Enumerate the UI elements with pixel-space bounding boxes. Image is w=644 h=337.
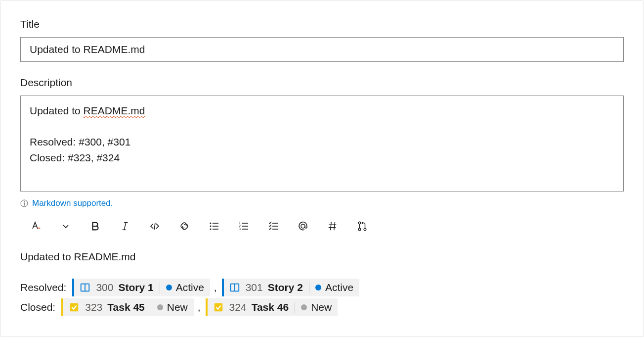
comma-separator: , xyxy=(198,299,201,315)
workitem-status-text: Active xyxy=(176,280,204,295)
numbered-list-button[interactable]: 1 2 3 xyxy=(237,219,251,233)
workitem-chip[interactable]: 323Task 45New xyxy=(61,298,194,316)
markdown-hint: Markdown supported. xyxy=(20,198,624,208)
workitem-status-text: Active xyxy=(325,280,353,295)
workitem-name: Task 46 xyxy=(252,299,289,315)
workitem-status-text: New xyxy=(167,299,188,315)
mention-button[interactable] xyxy=(296,219,310,233)
svg-rect-36 xyxy=(214,303,222,311)
svg-line-23 xyxy=(330,222,331,231)
task-icon xyxy=(213,301,224,313)
svg-line-24 xyxy=(334,222,335,231)
info-icon xyxy=(20,199,28,207)
workitem-name: Story 2 xyxy=(268,280,303,295)
svg-line-5 xyxy=(124,223,126,230)
italic-button[interactable] xyxy=(118,219,132,233)
desc-line3: Resolved: #300, #301 xyxy=(30,136,130,147)
workitem-status: Active xyxy=(315,280,353,295)
svg-line-6 xyxy=(154,223,155,230)
status-dot-icon xyxy=(315,285,321,290)
code-button[interactable] xyxy=(148,219,162,233)
workitem-status: New xyxy=(301,299,332,315)
workitem-name: Story 1 xyxy=(118,280,153,295)
svg-point-11 xyxy=(210,229,212,230)
svg-point-22 xyxy=(301,224,305,228)
workitem-status: New xyxy=(157,299,188,315)
hash-button[interactable] xyxy=(326,219,340,233)
task-icon xyxy=(68,301,80,313)
workitem-row: Closed:323Task 45New,324Task 46New xyxy=(20,298,624,316)
workitem-chip[interactable]: 300Story 1Active xyxy=(72,279,210,296)
workitem-id: 324 xyxy=(229,299,247,315)
title-label: Title xyxy=(20,18,624,30)
workitem-id: 323 xyxy=(85,299,102,315)
workitem-row-label: Closed: xyxy=(20,299,55,315)
svg-rect-2 xyxy=(24,203,25,206)
pull-request-button[interactable] xyxy=(355,219,369,233)
svg-point-28 xyxy=(358,228,361,231)
workitem-chip[interactable]: 301Story 2Active xyxy=(222,279,359,296)
status-dot-icon xyxy=(157,304,163,310)
workitem-name: Task 45 xyxy=(107,299,145,315)
preview-heading: Updated to README.md xyxy=(20,249,624,265)
svg-point-29 xyxy=(364,228,366,231)
description-field-block: Description Updated to README.md Resolve… xyxy=(20,77,624,316)
svg-rect-35 xyxy=(70,303,79,311)
checklist-button[interactable] xyxy=(266,219,280,233)
title-field-block: Title xyxy=(20,18,624,62)
comma-separator: , xyxy=(214,280,217,295)
separator xyxy=(160,282,160,293)
svg-point-9 xyxy=(210,226,212,227)
markdown-supported-link[interactable]: Markdown supported. xyxy=(32,198,113,208)
workitem-row: Resolved:300Story 1Active,301Story 2Acti… xyxy=(20,279,624,296)
workitem-id: 300 xyxy=(96,280,113,295)
title-input[interactable] xyxy=(20,37,624,62)
svg-point-7 xyxy=(210,223,212,224)
desc-line4: Closed: #323, #324 xyxy=(30,152,120,163)
chevron-down-icon[interactable] xyxy=(59,219,73,233)
svg-point-1 xyxy=(24,201,25,202)
workitem-status: Active xyxy=(166,280,204,295)
text-style-button[interactable] xyxy=(29,219,43,233)
story-icon xyxy=(79,282,91,293)
status-dot-icon xyxy=(166,285,172,290)
status-dot-icon xyxy=(301,304,307,310)
bullet-list-button[interactable] xyxy=(207,219,221,233)
workitem-status-text: New xyxy=(311,299,332,315)
description-input[interactable]: Updated to README.md Resolved: #300, #30… xyxy=(20,96,624,192)
workitem-id: 301 xyxy=(246,280,263,295)
svg-text:3: 3 xyxy=(239,227,241,231)
link-button[interactable] xyxy=(177,219,191,233)
separator xyxy=(309,282,309,293)
description-preview: Updated to README.md Resolved:300Story 1… xyxy=(20,249,624,316)
workitem-chip[interactable]: 324Task 46New xyxy=(206,298,338,316)
story-icon xyxy=(229,282,241,293)
workitem-row-label: Resolved: xyxy=(20,280,66,295)
desc-line1-plain: Updated to xyxy=(30,105,84,116)
pr-form-card: Title Description Updated to README.md R… xyxy=(0,0,644,337)
bold-button[interactable] xyxy=(88,219,102,233)
description-label: Description xyxy=(20,77,624,89)
editor-toolbar: 1 2 3 xyxy=(20,217,624,235)
separator xyxy=(151,302,151,313)
separator xyxy=(295,302,295,313)
svg-point-27 xyxy=(358,222,361,224)
desc-line1-squiggle: README.md xyxy=(84,105,145,116)
